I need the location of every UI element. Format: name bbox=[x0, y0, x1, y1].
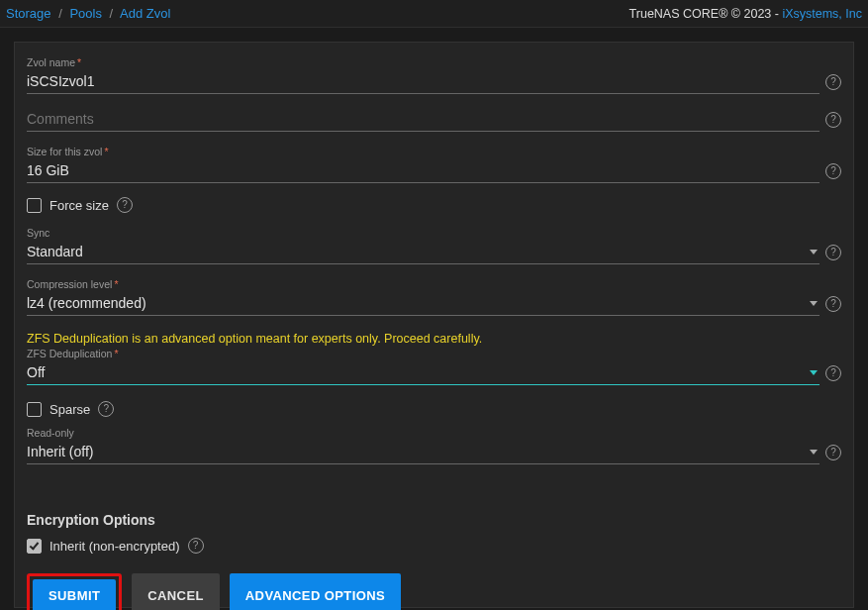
field-sparse: Sparse ? bbox=[27, 401, 841, 417]
breadcrumb-storage[interactable]: Storage bbox=[6, 6, 51, 21]
sparse-checkbox[interactable] bbox=[27, 402, 42, 417]
dedup-select[interactable]: Off bbox=[27, 361, 820, 385]
dedup-value: Off bbox=[27, 364, 45, 380]
submit-button[interactable]: SUBMIT bbox=[33, 579, 116, 610]
submit-highlight: SUBMIT bbox=[27, 573, 122, 610]
sync-select[interactable]: Standard bbox=[27, 241, 820, 264]
help-icon[interactable]: ? bbox=[825, 112, 841, 128]
help-icon[interactable]: ? bbox=[825, 163, 841, 179]
top-bar: Storage / Pools / Add Zvol TrueNAS CORE®… bbox=[0, 0, 868, 28]
breadcrumb-pools[interactable]: Pools bbox=[69, 6, 102, 21]
chevron-down-icon bbox=[810, 370, 818, 375]
sparse-label: Sparse bbox=[49, 402, 90, 417]
field-compression: Compression level* lz4 (recommended) ? bbox=[27, 278, 841, 316]
help-icon[interactable]: ? bbox=[188, 538, 204, 554]
chevron-down-icon bbox=[810, 450, 818, 455]
dedup-warning: ZFS Deduplication is an advanced option … bbox=[27, 332, 841, 346]
required-mark: * bbox=[112, 278, 118, 290]
field-zvol-name: Zvol name* ? bbox=[27, 56, 841, 94]
field-sync: Sync Standard ? bbox=[27, 227, 841, 264]
zvol-name-input[interactable] bbox=[27, 70, 820, 94]
breadcrumb-sep: / bbox=[106, 6, 118, 21]
help-icon[interactable]: ? bbox=[825, 445, 841, 460]
help-icon[interactable]: ? bbox=[117, 197, 133, 213]
form-buttons: SUBMIT CANCEL ADVANCED OPTIONS bbox=[27, 573, 841, 610]
breadcrumb-sep: / bbox=[54, 6, 66, 21]
compression-select[interactable]: lz4 (recommended) bbox=[27, 292, 820, 316]
encryption-section-title: Encryption Options bbox=[27, 512, 841, 528]
comments-input[interactable] bbox=[27, 108, 820, 132]
help-icon[interactable]: ? bbox=[825, 245, 841, 260]
compression-value: lz4 (recommended) bbox=[27, 295, 146, 311]
dedup-label: ZFS Deduplication bbox=[27, 348, 112, 359]
field-dedup: ZFS Deduplication* Off ? bbox=[27, 348, 841, 385]
add-zvol-form: Zvol name* ? ? Size for this zvol* ? For… bbox=[14, 42, 854, 608]
chevron-down-icon bbox=[810, 301, 818, 306]
cancel-button[interactable]: CANCEL bbox=[132, 573, 220, 610]
help-icon[interactable]: ? bbox=[98, 401, 114, 417]
inherit-encryption-label: Inherit (non-encrypted) bbox=[49, 539, 180, 554]
inherit-encryption-checkbox[interactable] bbox=[27, 539, 42, 554]
size-input[interactable] bbox=[27, 159, 820, 183]
advanced-options-button[interactable]: ADVANCED OPTIONS bbox=[230, 573, 401, 610]
field-read-only: Read-only Inherit (off) ? bbox=[27, 427, 841, 464]
required-mark: * bbox=[75, 56, 81, 68]
chevron-down-icon bbox=[810, 250, 818, 254]
read-only-label: Read-only bbox=[27, 427, 74, 439]
breadcrumb: Storage / Pools / Add Zvol bbox=[6, 6, 170, 21]
breadcrumb-add-zvol[interactable]: Add Zvol bbox=[120, 6, 170, 21]
product-label: TrueNAS CORE® © 2023 - bbox=[629, 7, 783, 21]
help-icon[interactable]: ? bbox=[825, 74, 841, 90]
force-size-checkbox[interactable] bbox=[27, 198, 42, 213]
field-encryption-inherit: Inherit (non-encrypted) ? bbox=[27, 538, 841, 554]
product-info: TrueNAS CORE® © 2023 - iXsystems, Inc bbox=[629, 7, 862, 21]
field-size: Size for this zvol* ? bbox=[27, 146, 841, 183]
field-comments: ? bbox=[27, 108, 841, 132]
read-only-select[interactable]: Inherit (off) bbox=[27, 441, 820, 464]
sync-label: Sync bbox=[27, 227, 49, 239]
required-mark: * bbox=[102, 146, 108, 157]
compression-label: Compression level bbox=[27, 278, 112, 290]
sync-value: Standard bbox=[27, 244, 83, 259]
read-only-value: Inherit (off) bbox=[27, 444, 93, 459]
zvol-name-label: Zvol name bbox=[27, 56, 75, 68]
field-force-size: Force size ? bbox=[27, 197, 841, 213]
help-icon[interactable]: ? bbox=[825, 296, 841, 312]
size-label: Size for this zvol bbox=[27, 146, 102, 157]
required-mark: * bbox=[112, 348, 118, 359]
vendor-link[interactable]: iXsystems, Inc bbox=[782, 7, 862, 21]
force-size-label: Force size bbox=[49, 198, 109, 213]
help-icon[interactable]: ? bbox=[825, 365, 841, 381]
